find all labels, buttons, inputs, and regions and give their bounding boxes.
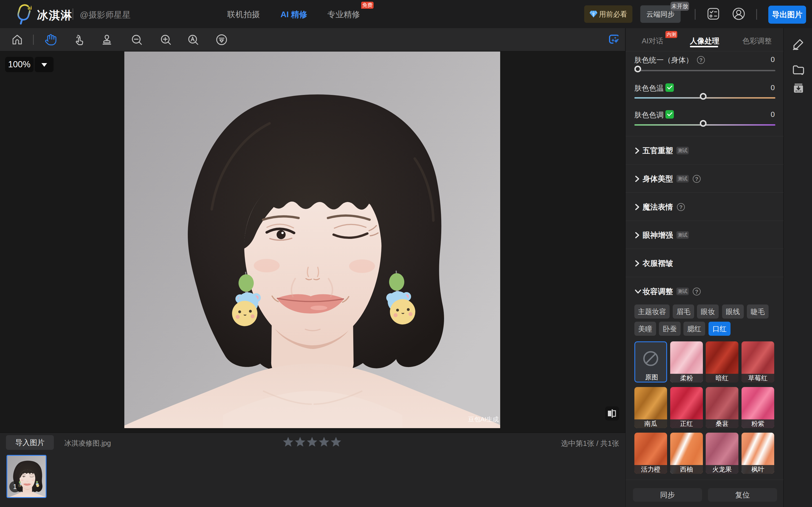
svg-text:ai: ai xyxy=(28,5,32,11)
